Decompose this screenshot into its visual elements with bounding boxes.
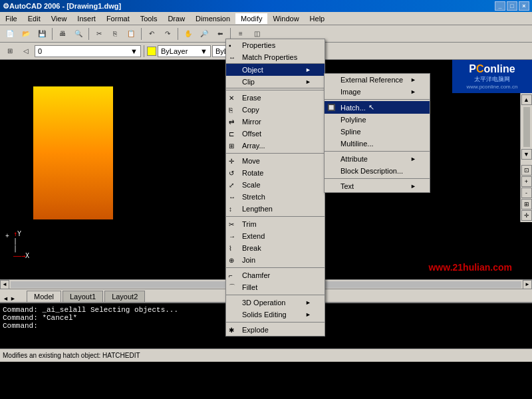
- menu-edit[interactable]: Edit: [23, 13, 46, 24]
- maximize-button[interactable]: □: [507, 1, 517, 11]
- menu-lengthen[interactable]: ↕ Lengthen: [226, 203, 325, 215]
- attribute-arrow: ►: [410, 156, 416, 162]
- menu-array[interactable]: ⊞ Array...: [226, 140, 325, 152]
- submenu-attribute[interactable]: Attribute ►: [325, 153, 430, 165]
- status-hint: Modifies an existing hatch object: HATCH…: [3, 352, 140, 359]
- explode-icon: ✱: [229, 327, 234, 334]
- gradient-rect: [33, 86, 113, 219]
- right-toolbar: ▲ ▼ ⊡ + - ⊞ ✛: [520, 93, 532, 222]
- menu-move[interactable]: ✛ Move: [226, 155, 325, 167]
- menu-erase[interactable]: ✕ Erase: [226, 92, 325, 104]
- menu-window[interactable]: Window: [267, 13, 304, 24]
- tab-model[interactable]: Model: [27, 291, 61, 302]
- menu-join[interactable]: ⊕ Join: [226, 254, 325, 266]
- separator5: [230, 28, 231, 40]
- submenu-polyline[interactable]: Polyline: [325, 114, 430, 126]
- menu-extend[interactable]: → Extend: [226, 230, 325, 242]
- hscroll-right-button[interactable]: ►: [523, 280, 532, 289]
- submenu-spline[interactable]: Spline: [325, 126, 430, 138]
- properties-icon: ▪: [229, 42, 231, 49]
- submenu-text[interactable]: Text ►: [325, 180, 430, 192]
- menu-3d-operation[interactable]: 3D Operation ►: [226, 297, 325, 309]
- menu-section-object: Object ► Clip ►: [226, 64, 325, 88]
- tab-layout1[interactable]: Layout1: [63, 291, 103, 302]
- cursor-indicator: ↖: [368, 103, 374, 112]
- zoom-in-button[interactable]: +: [521, 176, 532, 187]
- titlebar-controls: _ □ ×: [495, 1, 529, 11]
- menu-object[interactable]: Object ►: [226, 64, 325, 76]
- text-arrow: ►: [410, 183, 416, 190]
- print-preview-button[interactable]: 🔍: [71, 27, 86, 41]
- submenu-multiline[interactable]: Multiline...: [325, 138, 430, 150]
- submenu-sep3: [325, 178, 430, 179]
- menu-rotate[interactable]: ↺ Rotate: [226, 167, 325, 179]
- open-button[interactable]: 📂: [19, 27, 33, 41]
- menu-trim[interactable]: ✂ Trim: [226, 218, 325, 230]
- layer-value: 0: [38, 47, 42, 55]
- pan-button[interactable]: ✋: [181, 27, 196, 41]
- zoom-out-button[interactable]: -: [521, 188, 532, 198]
- break-icon: ⌇: [229, 245, 232, 252]
- undo-button[interactable]: ↶: [144, 27, 159, 41]
- save-button[interactable]: 💾: [35, 27, 49, 41]
- menu-break[interactable]: ⌇ Break: [226, 242, 325, 254]
- menu-copy[interactable]: ⎘ Copy: [226, 104, 325, 116]
- menu-insert[interactable]: Insert: [72, 13, 101, 24]
- copy-button[interactable]: ⎘: [108, 27, 122, 41]
- menu-modify[interactable]: Modify: [235, 13, 267, 24]
- layer-manager-button[interactable]: ⊞: [3, 44, 17, 59]
- color-dropdown[interactable]: ByLayer ▼: [158, 45, 211, 57]
- menu-chamfer[interactable]: ⌐ Chamfer: [226, 269, 325, 281]
- scroll-down-button[interactable]: ▼: [521, 149, 532, 160]
- new-button[interactable]: 📄: [3, 27, 17, 41]
- array-icon: ⊞: [229, 142, 234, 150]
- vscroll-track[interactable]: [523, 107, 530, 147]
- minimize-button[interactable]: _: [495, 1, 505, 11]
- origin-marker: +: [5, 232, 9, 239]
- menu-scale[interactable]: ⤢ Scale: [226, 179, 325, 191]
- menu-help[interactable]: Help: [305, 13, 331, 24]
- menu-properties[interactable]: ▪ Properties: [226, 39, 325, 51]
- zoom-button[interactable]: 🔎: [197, 27, 211, 41]
- menu-stretch[interactable]: ↔ Stretch: [226, 191, 325, 203]
- zoom-all-button[interactable]: ⊡: [521, 165, 532, 176]
- menu-separator5: [226, 295, 325, 295]
- 21hulian-logo: www.21hulian.com: [428, 262, 512, 273]
- layer-dropdown[interactable]: 0 ▼: [35, 45, 141, 57]
- menu-solids-editing[interactable]: Solids Editing ►: [226, 309, 325, 321]
- color-arrow: ▼: [200, 47, 207, 55]
- close-button[interactable]: ×: [519, 1, 529, 11]
- cut-button[interactable]: ✂: [92, 27, 106, 41]
- zoom-extents-button[interactable]: ⊞: [521, 199, 532, 209]
- menu-clip[interactable]: Clip ►: [226, 76, 325, 88]
- menu-explode[interactable]: ✱ Explode: [226, 324, 325, 336]
- menu-tools[interactable]: Tools: [135, 13, 163, 24]
- menu-offset[interactable]: ⊏ Offset: [226, 128, 325, 140]
- submenu-block-description[interactable]: Block Description...: [325, 165, 430, 177]
- menu-view[interactable]: View: [46, 13, 72, 24]
- color-swatch[interactable]: [147, 47, 156, 56]
- tab-right-arrow[interactable]: ►: [10, 295, 16, 302]
- menu-separator3: [226, 216, 325, 217]
- menu-dimension[interactable]: Dimension: [190, 13, 235, 24]
- separator-layer: [144, 45, 144, 57]
- menu-format[interactable]: Format: [101, 13, 135, 24]
- tab-left-arrow[interactable]: ◄: [3, 295, 9, 302]
- submenu-external-reference[interactable]: External Reference ►: [325, 74, 430, 86]
- menu-mirror[interactable]: ⇄ Mirror: [226, 116, 325, 128]
- menu-draw[interactable]: Draw: [162, 13, 190, 24]
- hscroll-left-button[interactable]: ◄: [0, 280, 9, 289]
- menu-fillet[interactable]: ⌒ Fillet: [226, 281, 325, 293]
- scroll-up-button[interactable]: ▲: [521, 94, 532, 105]
- print-button[interactable]: 🖶: [55, 27, 70, 41]
- redo-button[interactable]: ↷: [160, 27, 175, 41]
- paste-button[interactable]: 📋: [124, 27, 138, 41]
- submenu-hatch[interactable]: 🔲 Hatch... ↖: [325, 101, 430, 114]
- menu-match-properties[interactable]: ↔ Match Properties: [226, 51, 325, 63]
- pan-realtime-button[interactable]: ✛: [521, 210, 532, 221]
- extend-icon: →: [229, 233, 235, 240]
- submenu-image[interactable]: Image ►: [325, 86, 430, 98]
- layer-prev-button[interactable]: ◁: [19, 44, 33, 59]
- menu-file[interactable]: File: [0, 13, 23, 24]
- tab-layout2[interactable]: Layout2: [104, 291, 145, 302]
